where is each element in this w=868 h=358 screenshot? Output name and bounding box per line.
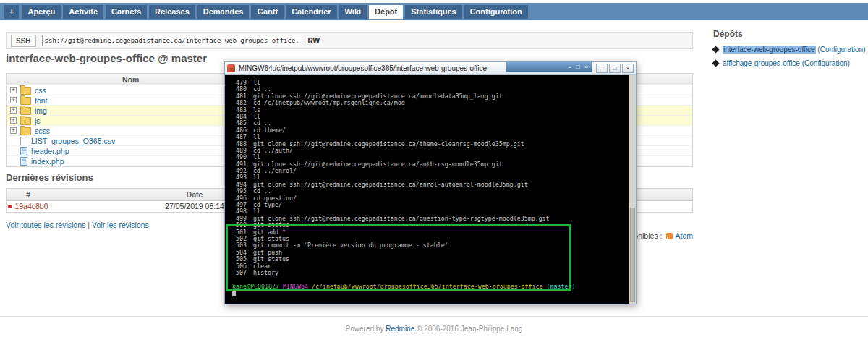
history-number: 492: [232, 168, 247, 174]
history-command: ll: [253, 134, 260, 140]
expander-icon[interactable]: +: [10, 117, 17, 124]
git-bash-icon: [227, 64, 235, 72]
repository-url-input[interactable]: [42, 35, 302, 46]
expander-icon[interactable]: +: [10, 87, 17, 93]
redmine-link[interactable]: Redmine: [386, 325, 414, 333]
history-command: ll: [253, 80, 260, 86]
terminal-minimize-button[interactable]: –: [596, 64, 608, 73]
history-command: git clone ssh://git@redmine.cegepadistan…: [253, 161, 503, 168]
history-command: cd ..: [253, 86, 271, 93]
history-line: 492cd ../enrol/: [232, 168, 629, 174]
history-line: 495cd ..: [232, 188, 629, 195]
history-line: 481git clone ssh://git@redmine.cegepadis…: [232, 93, 629, 100]
file-type-icon: [20, 97, 31, 105]
atom-feed-icon[interactable]: [666, 233, 673, 239]
nav-tab[interactable]: Releases: [149, 5, 195, 19]
repository-url-bar: SSH RW: [6, 32, 693, 49]
history-number: 493: [232, 174, 247, 181]
repo-diamond-icon: [712, 46, 720, 54]
powered-by-text: Powered by: [346, 325, 384, 333]
revision-link[interactable]: 19a4c8b0: [14, 202, 48, 210]
history-line: 486cd theme/: [232, 127, 629, 134]
atom-link[interactable]: Atom: [675, 231, 693, 240]
file-link[interactable]: js: [35, 116, 41, 125]
history-command: cd ../auth/: [253, 148, 293, 154]
history-line: 484ll: [232, 114, 629, 120]
revision-links: Voir toutes les révisions|Voir les révis…: [6, 221, 149, 229]
history-number: 488: [232, 141, 247, 148]
bg-maximize-icon[interactable]: □: [576, 64, 579, 70]
file-link[interactable]: img: [35, 106, 47, 115]
sidebar: Dépôts interface-web-groupes-office (Con…: [713, 29, 868, 73]
history-number: 480: [232, 86, 247, 93]
commit-bullet-icon: [8, 205, 12, 208]
terminal-close-button[interactable]: ×: [622, 64, 634, 73]
file-link[interactable]: header.php: [31, 147, 69, 155]
history-line: 491git clone ssh://git@redmine.cegepadis…: [232, 161, 629, 168]
repo-link[interactable]: affichage-groupes-office: [723, 59, 800, 67]
history-command: git clone ssh://git@redmine.cegepadistan…: [253, 216, 550, 222]
file-type-icon: [20, 137, 27, 145]
all-revisions-link[interactable]: Voir toutes les révisions: [6, 221, 85, 229]
history-number: 489: [232, 148, 247, 154]
history-command: ll: [253, 208, 260, 215]
history-number: 490: [232, 154, 247, 161]
history-command: cd type/: [253, 202, 282, 208]
history-command: cd ..: [253, 188, 271, 195]
expander-icon[interactable]: +: [10, 97, 17, 103]
nav-tab[interactable]: Dépôt: [369, 5, 403, 19]
file-type-icon: [20, 147, 27, 155]
nav-tab[interactable]: Activité: [63, 5, 103, 19]
history-number: 482: [232, 100, 247, 106]
nav-tab[interactable]: Demandes: [197, 5, 250, 19]
expand-nav-button[interactable]: +: [4, 5, 19, 19]
file-link[interactable]: css: [35, 86, 46, 95]
repo-config-link[interactable]: (Configuration): [802, 59, 850, 67]
redmine-repository-page: + AperçuActivitéCarnetsReleasesDemandesG…: [0, 0, 868, 358]
history-command: ll: [253, 114, 260, 120]
terminal-maximize-button[interactable]: □: [609, 64, 621, 73]
repo-link[interactable]: interface-web-groupes-office: [723, 46, 816, 54]
copyright-text: © 2006-2016 Jean-Philippe Lang: [417, 325, 522, 333]
file-link[interactable]: LIST_groupes_O365.csv: [31, 137, 115, 145]
history-number: 485: [232, 120, 247, 127]
history-number: 483: [232, 107, 247, 114]
nav-tab[interactable]: Wiki: [339, 5, 367, 19]
history-number: 498: [232, 208, 247, 215]
nav-tab[interactable]: Carnets: [106, 5, 147, 19]
nav-tab[interactable]: Gantt: [251, 5, 284, 19]
history-command: git clone ssh://git@redmine.cegepadistan…: [253, 141, 524, 148]
history-command: git clone ssh://git@redmine.cegepadistan…: [253, 182, 528, 188]
history-number: 481: [232, 93, 247, 100]
history-number: 486: [232, 127, 247, 134]
history-line: 493ll: [232, 174, 629, 181]
bg-close-icon[interactable]: ×: [584, 64, 588, 70]
protocol-label: SSH: [11, 35, 36, 47]
repo-config-link[interactable]: (Configuration): [817, 46, 865, 54]
repositories-title: Dépôts: [713, 29, 868, 39]
history-line: 497cd type/: [232, 202, 629, 208]
background-window-titlebar[interactable]: – □ ×: [506, 61, 592, 72]
file-type-icon: [20, 107, 31, 115]
nav-tab[interactable]: Calendrier: [286, 5, 336, 19]
bg-minimize-icon[interactable]: –: [568, 64, 571, 70]
nav-tab[interactable]: Aperçu: [22, 5, 61, 19]
history-line: 482cd /c/inetpub/wwwroot/mp.rsgenligne.c…: [232, 100, 629, 106]
file-link[interactable]: font: [35, 96, 48, 105]
history-number: 484: [232, 114, 247, 120]
nav-tab[interactable]: Statistiques: [405, 5, 461, 19]
expander-icon[interactable]: +: [10, 127, 17, 134]
file-link[interactable]: index.php: [31, 157, 64, 166]
history-command: cd /c/inetpub/wwwroot/mp.rsgenligne.ca/m…: [253, 100, 405, 106]
history-line: 479ll: [232, 80, 629, 86]
name-column-header: Nom: [122, 75, 139, 84]
nav-tab[interactable]: Configuration: [464, 5, 528, 19]
history-number: 495: [232, 188, 247, 195]
terminal-scrollbar[interactable]: [629, 75, 636, 304]
repo-list: interface-web-groupes-office (Configurat…: [713, 46, 868, 67]
file-link[interactable]: scss: [35, 127, 50, 135]
history-command: cd ../enrol/: [253, 168, 297, 174]
expander-icon[interactable]: +: [10, 107, 17, 114]
file-type-icon: [20, 157, 27, 166]
view-revisions-link[interactable]: Voir les révisions: [92, 221, 149, 229]
